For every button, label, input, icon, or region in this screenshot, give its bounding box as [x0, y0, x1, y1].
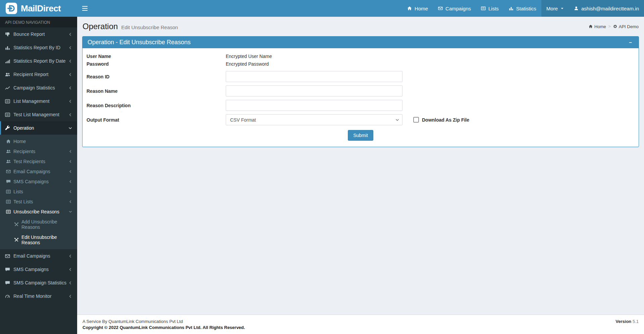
user-name-row: User Name Encrypted User Name [87, 53, 635, 60]
reason-name-row: Reason Name [87, 85, 635, 96]
zip-checkbox-label: Download As Zip File [422, 117, 469, 123]
submenu-item-lists[interactable]: Lists [0, 187, 77, 197]
footer-copyright: Copyright © 2022 QuantumLink Communicati… [83, 325, 245, 330]
sidebar-item-real-time-monitor[interactable]: Real Time Monitor [0, 289, 77, 303]
sidebar-item-statistics-report-by-date[interactable]: Statistics Report By Date [0, 54, 77, 68]
output-format-select-wrap: CSV Format [226, 114, 402, 125]
user-icon [574, 6, 579, 11]
sidebar-item-bounce-report[interactable]: Bounce Report [0, 27, 77, 41]
panel-header: Operation - Edit Unsubscribe Reasons − [83, 37, 639, 48]
chevron-left-icon [68, 254, 72, 258]
comment-icon [5, 267, 10, 272]
chevron-left-icon [69, 200, 72, 203]
sidebar-item-recipient-report[interactable]: Recipient Report [0, 68, 77, 81]
reason-description-input[interactable] [226, 100, 402, 111]
chevron-left-icon [68, 113, 72, 117]
output-format-row: Output Format CSV Format Download As Zip… [87, 114, 635, 125]
chevron-left-icon [68, 294, 72, 298]
submenu-item-email-campaigns[interactable]: Email Campaigns [0, 166, 77, 177]
submenu-item-unsubscribe-reasons[interactable]: Unsubscribe Reasons [0, 207, 77, 217]
submenu-item-edit-unsubscribe-reasons[interactable]: Edit Unsubscribe Reasons [0, 232, 77, 248]
chevron-down-icon [69, 210, 72, 213]
submit-button[interactable]: Submit [348, 130, 373, 141]
list-icon [6, 209, 11, 214]
list-icon [5, 112, 10, 117]
zip-checkbox[interactable] [413, 117, 419, 123]
sidebar-section-header: API DEMO NAVIGATION [0, 17, 77, 27]
bar-chart-icon [5, 45, 10, 50]
collapse-button[interactable]: − [627, 39, 634, 46]
nav-more-dropdown[interactable]: More [541, 0, 569, 17]
reason-name-input[interactable] [226, 85, 402, 96]
password-label: Password [87, 61, 226, 68]
tools-icon [14, 238, 19, 242]
users-icon [6, 149, 11, 154]
gear-icon [613, 24, 617, 28]
submenu-item-sms-campaigns[interactable]: SMS Campaigns [0, 177, 77, 187]
sidebar-item-sms-campaigns[interactable]: SMS Campaigns [0, 263, 77, 276]
zip-checkbox-row: Download As Zip File [413, 117, 469, 123]
caret-down-icon [560, 7, 564, 10]
sidebar-item-campaign-statistics[interactable]: Campaign Statistics [0, 81, 77, 94]
reason-id-row: Reason ID [87, 71, 635, 82]
users-icon [5, 72, 10, 77]
submenu-item-home[interactable]: Home [0, 136, 77, 146]
nav-home[interactable]: Home [402, 0, 433, 17]
footer-service-line: A Service By QuantumLink Communications … [83, 319, 245, 324]
envelope-icon [5, 254, 10, 259]
sidebar-toggle-button[interactable] [77, 0, 93, 17]
main-content: Operation Edit Unsubscribe Reason Home >… [77, 17, 644, 334]
sidebar-item-sms-campaign-statistics[interactable]: SMS Campaign Statistics [0, 276, 77, 289]
reason-id-input[interactable] [226, 71, 402, 82]
comment-icon [5, 280, 10, 285]
chevron-down-icon [68, 126, 72, 130]
sidebar-item-statistics-report-by-id[interactable]: Statistics Report By ID [0, 41, 77, 54]
chevron-left-icon [68, 73, 72, 76]
panel-title: Operation - Edit Unsubscribe Reasons [88, 39, 191, 46]
breadcrumb-separator: > [608, 24, 611, 29]
breadcrumb-home[interactable]: Home [589, 24, 606, 29]
users-icon [6, 159, 11, 164]
password-value: Encrypted Password [226, 61, 269, 68]
submenu-item-add-unsubscribe-reasons[interactable]: Add Unsubscribe Reasons [0, 217, 77, 232]
sidebar-item-email-campaigns[interactable]: Email Campaigns [0, 249, 77, 263]
chevron-left-icon [69, 160, 72, 163]
nav-lists[interactable]: Lists [476, 0, 504, 17]
sidebar-item-list-management[interactable]: List Management [0, 94, 77, 108]
home-icon [407, 6, 412, 11]
brand-name: MailDirect [21, 3, 61, 14]
submenu-item-test-lists[interactable]: Test Lists [0, 197, 77, 207]
sidebar-item-test-list-management[interactable]: Test List Management [0, 108, 77, 121]
version-value: 5.1 [633, 319, 639, 324]
nav-campaigns[interactable]: Campaigns [433, 0, 476, 17]
chevron-left-icon [69, 150, 72, 153]
envelope-icon [6, 169, 11, 174]
chevron-left-icon [68, 32, 72, 36]
footer-version: Version 5.1 [615, 319, 639, 330]
output-format-label: Output Format [87, 117, 226, 123]
top-navbar: MailDirect Home Campaigns Lists Statisti… [0, 0, 644, 17]
submenu-item-recipients[interactable]: Recipients [0, 146, 77, 156]
list-icon [6, 189, 11, 194]
tools-icon [14, 222, 19, 227]
bar-chart-icon [509, 6, 514, 11]
home-icon [6, 139, 11, 144]
operation-submenu: Home Recipients Test Recipients Email Ca… [0, 135, 77, 249]
output-format-select[interactable]: CSV Format [226, 114, 402, 125]
signal-icon [5, 59, 10, 64]
content-header: Operation Edit Unsubscribe Reason Home >… [77, 17, 644, 36]
nav-user-menu[interactable]: ashish@maildirectteam.in [569, 0, 644, 17]
list-icon [481, 6, 486, 11]
reason-description-label: Reason Description [87, 103, 226, 108]
footer: A Service By QuantumLink Communications … [77, 315, 644, 334]
line-chart-icon [5, 85, 10, 90]
chevron-left-icon [69, 190, 72, 193]
sidebar-item-operation[interactable]: Operation [0, 121, 77, 135]
nav-statistics[interactable]: Statistics [504, 0, 541, 17]
version-label: Version [615, 319, 631, 324]
submenu-item-test-recipients[interactable]: Test Recipients [0, 156, 77, 166]
wrench-icon [5, 126, 10, 131]
sidebar-menu: Bounce Report Statistics Report By ID St… [0, 27, 77, 135]
home-icon [589, 24, 593, 28]
brand-logo[interactable]: MailDirect [0, 0, 77, 17]
